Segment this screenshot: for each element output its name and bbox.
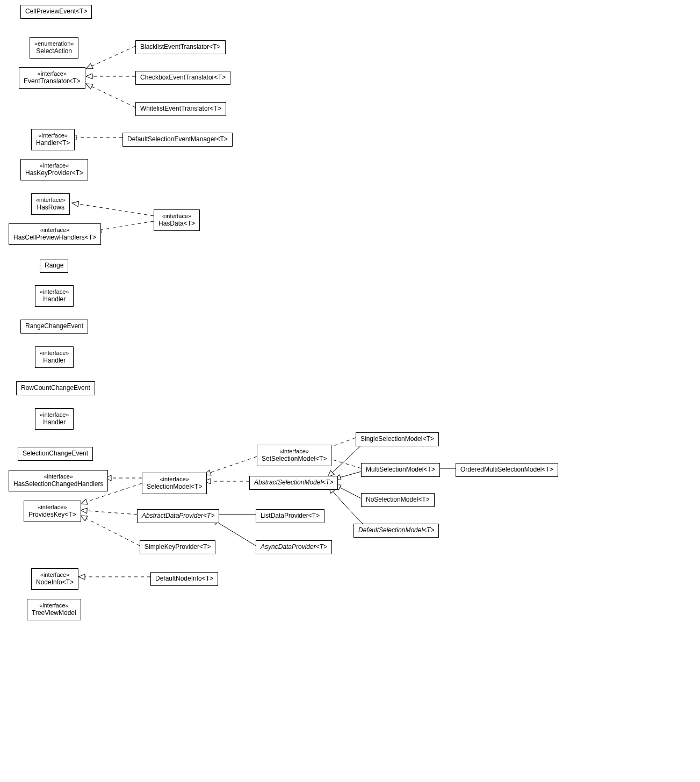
stereotype-label: «interface» [13,226,96,234]
class-selectaction[interactable]: «enumeration» SelectAction [30,37,78,59]
class-name: RangeChangeEvent [25,322,83,331]
stereotype-label: «interface» [13,473,103,480]
stereotype-label: «interface» [262,447,327,455]
stereotype-label: «interface» [32,602,76,609]
class-checkboxeventtranslator[interactable]: CheckboxEventTranslator<T> [135,71,230,85]
class-name: ProvidesKey<T> [28,511,76,519]
class-name: SelectionModel<T> [147,483,202,491]
class-name: SelectAction [34,47,74,56]
class-name: HasRows [36,204,65,212]
class-name: EventTranslator<T> [24,77,81,86]
class-name: AbstractDataProvider<T> [142,512,214,520]
class-selectionchangeevent[interactable]: SelectionChangeEvent [18,447,93,461]
class-name: CheckboxEventTranslator<T> [140,74,226,82]
class-multiselectionmodel[interactable]: MultiSelectionModel<T> [361,463,440,477]
class-name: Range [45,262,63,270]
interface-provideskey[interactable]: «interface» ProvidesKey<T> [24,501,81,522]
class-range[interactable]: Range [40,259,68,273]
class-name: OrderedMultiSelectionModel<T> [460,466,553,474]
stereotype-label: «interface» [28,503,76,511]
class-name: SelectionChangeEvent [23,450,88,458]
stereotype-label: «interface» [40,349,69,357]
stereotype-label: «interface» [36,571,74,578]
class-asyncdataprovider[interactable]: AsyncDataProvider<T> [256,540,332,554]
interface-treeviewmodel[interactable]: «interface» TreeViewModel [27,599,81,620]
interface-haskeyprovider[interactable]: «interface» HasKeyProvider<T> [20,159,88,180]
class-name: Handler<T> [36,139,70,148]
class-name: AsyncDataProvider<T> [261,543,327,552]
class-name: HasData<T> [158,220,195,228]
class-name: DefaultNodeInfo<T> [155,575,213,583]
class-noselectionmodel[interactable]: NoSelectionModel<T> [361,493,435,507]
interface-hasrows[interactable]: «interface» HasRows [31,193,70,215]
class-name: HasKeyProvider<T> [25,169,83,178]
stereotype-label: «interface» [158,212,195,220]
class-name: RowCountChangeEvent [21,384,90,393]
stereotype-label: «interface» [36,196,65,204]
class-singleselectionmodel[interactable]: SingleSelectionModel<T> [356,432,439,446]
interface-eventtranslator[interactable]: «interface» EventTranslator<T> [19,67,85,89]
class-orderedmultiselectionmodel[interactable]: OrderedMultiSelectionModel<T> [456,463,558,477]
class-name: NodeInfo<T> [36,578,74,587]
class-rangechangeevent[interactable]: RangeChangeEvent [20,320,88,334]
interface-nodeinfo[interactable]: «interface» NodeInfo<T> [31,568,78,590]
class-simplekeyprovider[interactable]: SimpleKeyProvider<T> [140,540,215,554]
class-name: CellPreviewEvent<T> [25,8,87,16]
stereotype-label: «enumeration» [34,40,74,47]
class-defaultnodeinfo[interactable]: DefaultNodeInfo<T> [150,572,218,586]
stereotype-label: «interface» [24,70,81,77]
class-name: WhitelistEventTranslator<T> [140,105,221,113]
class-cellpreviewevent[interactable]: CellPreviewEvent<T> [20,5,92,19]
interface-selectionmodel[interactable]: «interface» SelectionModel<T> [142,473,207,494]
class-blacklisteventtranslator[interactable]: BlacklistEventTranslator<T> [135,40,226,54]
class-name: SimpleKeyProvider<T> [145,543,211,552]
class-abstractselectionmodel[interactable]: AbstractSelectionModel<T> [249,476,338,490]
class-defaultselectioneventmanager[interactable]: DefaultSelectionEventManager<T> [122,133,233,147]
class-name: BlacklistEventTranslator<T> [140,43,221,52]
uml-edges [0,0,700,782]
stereotype-label: «interface» [36,132,70,139]
class-whitelisteventtranslator[interactable]: WhitelistEventTranslator<T> [135,102,226,116]
interface-handler-2[interactable]: «interface» Handler [35,346,74,368]
interface-hasdata[interactable]: «interface» HasData<T> [154,209,200,231]
class-name: SetSelectionModel<T> [262,455,327,464]
stereotype-label: «interface» [147,475,202,483]
class-defaultselectionmodel[interactable]: DefaultSelectionModel<T> [353,524,439,538]
class-name: HasCellPreviewHandlers<T> [13,234,96,242]
class-abstractdataprovider[interactable]: AbstractDataProvider<T> [137,509,219,523]
class-rowcountchangeevent[interactable]: RowCountChangeEvent [16,381,95,395]
interface-hasselectionchangedhandlers[interactable]: «interface» HasSelectionChangedHandlers [9,470,108,491]
class-name: Handler [40,357,69,365]
class-name: ListDataProvider<T> [261,512,320,520]
class-name: DefaultSelectionModel<T> [358,526,434,535]
interface-handler-3[interactable]: «interface» Handler [35,408,74,430]
interface-hascellpreviewhandlers[interactable]: «interface» HasCellPreviewHandlers<T> [9,223,101,245]
class-name: AbstractSelectionModel<T> [254,479,333,487]
class-name: NoSelectionModel<T> [366,496,430,504]
interface-handler-t[interactable]: «interface» Handler<T> [31,129,75,150]
class-name: Handler [40,418,69,427]
class-name: MultiSelectionModel<T> [366,466,435,474]
stereotype-label: «interface» [40,288,69,295]
class-name: DefaultSelectionEventManager<T> [127,135,228,144]
class-name: Handler [40,295,69,304]
interface-handler-1[interactable]: «interface» Handler [35,285,74,307]
class-listdataprovider[interactable]: ListDataProvider<T> [256,509,324,523]
class-name: SingleSelectionModel<T> [360,435,434,444]
class-name: HasSelectionChangedHandlers [13,480,103,489]
interface-setselectionmodel[interactable]: «interface» SetSelectionModel<T> [257,445,331,466]
class-name: TreeViewModel [32,609,76,618]
stereotype-label: «interface» [25,162,83,169]
stereotype-label: «interface» [40,411,69,418]
